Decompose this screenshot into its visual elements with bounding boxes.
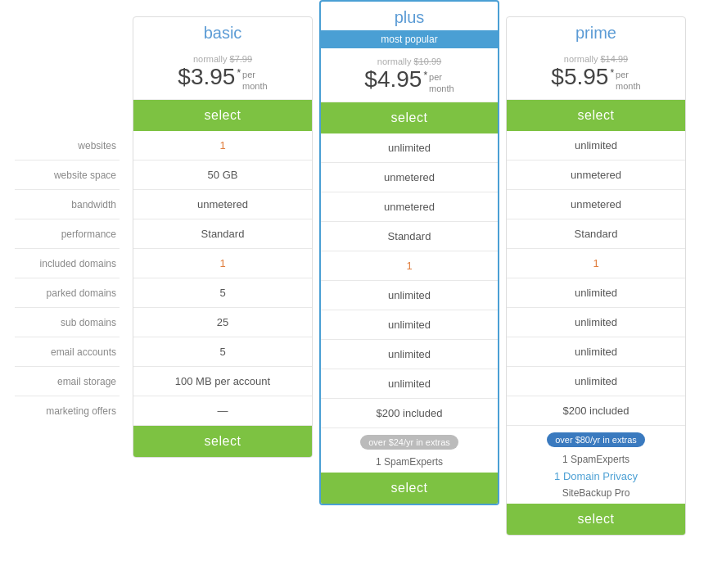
price-per: permonth [242,69,268,93]
feature-row-4: 1 [507,249,685,278]
labels-column: websiteswebsite spacebandwidthperformanc… [15,16,129,426]
feature-row-0: 1 [133,131,312,161]
feature-label-email-storage: email storage [15,367,120,396]
select-button-bottom-prime[interactable]: select [507,504,685,535]
feature-row-1: unmetered [321,163,498,192]
most-popular-badge: most popular [321,30,498,48]
price-box-prime: normally $14.99$5.95*permonth [507,46,685,100]
domain-privacy-text: 1 Domain Privacy [554,470,638,482]
feature-label-performance: performance [15,219,120,249]
original-price: $7.99 [230,54,253,64]
original-price: $10.99 [413,57,441,66]
feature-row-5: unlimited [507,278,685,308]
pricing-table: websiteswebsite spacebandwidthperformanc… [8,8,696,544]
price-asterisk: * [610,67,614,79]
extras-section-plus: over $24/yr in extras1 SpamExperts [321,428,498,473]
feature-row-7: unlimited [507,337,685,367]
select-button-top-plus[interactable]: select [321,102,498,133]
feature-row-9: — [133,396,312,426]
price-main: $5.95*permonth [513,66,679,93]
price-box-plus: normally $10.99$4.95*permonth [321,48,498,102]
select-button-top-basic[interactable]: select [133,100,312,131]
plan-prime: primenormally $14.99$5.95*permonthselect… [506,16,686,536]
plan-name-basic: basic [133,17,312,46]
plan-name-prime: prime [507,17,685,46]
feature-row-8: 100 MB per account [133,367,312,396]
extras-item-0: 1 SpamExperts [376,455,443,469]
plan-name-plus: plus [321,2,498,30]
feature-label-included-domains: included domains [15,249,120,278]
feature-row-1: unmetered [507,161,685,190]
price-asterisk: * [237,67,241,79]
extras-badge-prime: over $80/yr in extras [547,432,645,447]
feature-row-7: 5 [133,337,312,367]
normally-text: normally $10.99 [327,57,491,66]
feature-label-website-space: website space [15,161,120,190]
original-price: $14.99 [600,54,628,64]
sale-price: $3.95 [178,66,235,88]
plan-basic: basicnormally $7.99$3.95*permonthselect1… [133,16,313,458]
feature-row-4: 1 [133,249,312,278]
feature-row-2: unmetered [133,190,312,219]
feature-row-6: unlimited [507,308,685,337]
feature-label-websites: websites [15,131,120,161]
extras-item-1: 1 Domain Privacy [554,468,638,484]
price-box-basic: normally $7.99$3.95*permonth [133,46,312,100]
price-asterisk: * [423,70,427,81]
extras-item-0: 1 SpamExperts [562,452,630,467]
feature-row-3: Standard [133,219,312,249]
feature-row-4: 1 [321,251,498,281]
feature-row-9: $200 included [321,399,498,428]
feature-row-9: $200 included [507,396,685,426]
feature-label-parked-domains: parked domains [15,278,120,308]
extras-section-prime: over $80/yr in extras1 SpamExperts1 Doma… [507,426,685,504]
feature-row-6: 25 [133,308,312,337]
price-per: permonth [616,69,641,93]
select-button-bottom-basic[interactable]: select [133,426,312,457]
feature-row-6: unlimited [321,310,498,340]
price-main: $4.95*permonth [327,68,491,95]
plan-plus: plusmost popularnormally $10.99$4.95*per… [319,0,499,505]
extras-badge-plus: over $24/yr in extras [360,435,458,450]
feature-row-3: Standard [507,219,685,249]
feature-label-email-accounts: email accounts [15,337,120,367]
feature-label-sub-domains: sub domains [15,308,120,337]
feature-row-1: 50 GB [133,161,312,190]
select-button-top-prime[interactable]: select [507,100,685,131]
feature-row-5: unlimited [321,281,498,310]
feature-row-2: unmetered [507,190,685,219]
feature-row-5: 5 [133,278,312,308]
sale-price: $5.95 [551,66,608,88]
feature-row-7: unlimited [321,340,498,369]
extras-item-2: SiteBackup Pro [562,486,630,500]
feature-row-3: Standard [321,222,498,251]
normally-text: normally $7.99 [140,54,305,64]
feature-row-8: unlimited [321,369,498,399]
feature-label-bandwidth: bandwidth [15,190,120,219]
feature-row-0: unlimited [321,133,498,163]
price-main: $3.95*permonth [140,66,305,93]
price-per: permonth [429,71,454,95]
feature-row-2: unmetered [321,192,498,222]
feature-label-marketing-offers: marketing offers [15,396,120,426]
select-button-bottom-plus[interactable]: select [321,473,498,504]
feature-row-8: unlimited [507,367,685,396]
sale-price: $4.95 [364,68,422,91]
normally-text: normally $14.99 [513,54,679,64]
feature-row-0: unlimited [507,131,685,161]
